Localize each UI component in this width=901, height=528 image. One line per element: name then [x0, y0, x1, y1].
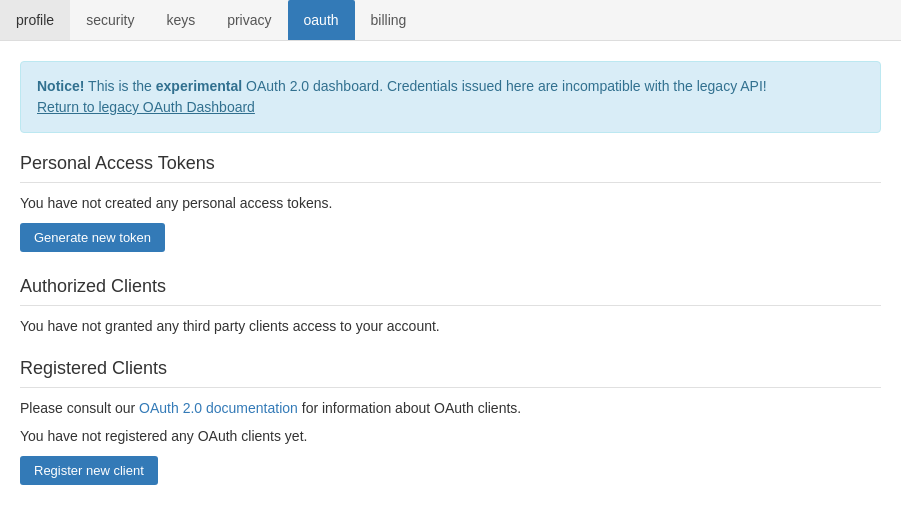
personal-access-tokens-heading: Personal Access Tokens	[20, 153, 881, 183]
notice-label: Notice!	[37, 78, 84, 94]
generate-new-token-button[interactable]: Generate new token	[20, 223, 165, 252]
tab-navigation: profile security keys privacy oauth bill…	[0, 0, 901, 41]
main-content: Notice! This is the experimental OAuth 2…	[0, 41, 901, 528]
notice-box: Notice! This is the experimental OAuth 2…	[20, 61, 881, 133]
registered-clients-description: Please consult our OAuth 2.0 documentati…	[20, 400, 881, 416]
legacy-dashboard-link[interactable]: Return to legacy OAuth Dashboard	[37, 99, 255, 115]
registered-clients-description-prefix: Please consult our	[20, 400, 135, 416]
authorized-clients-heading: Authorized Clients	[20, 276, 881, 306]
personal-access-tokens-description: You have not created any personal access…	[20, 195, 881, 211]
tab-security[interactable]: security	[70, 0, 150, 40]
tab-profile[interactable]: profile	[0, 0, 70, 40]
notice-emphasis: experimental	[156, 78, 242, 94]
registered-clients-section: Registered Clients Please consult our OA…	[20, 358, 881, 485]
tab-privacy[interactable]: privacy	[211, 0, 287, 40]
no-oauth-clients-text: You have not registered any OAuth client…	[20, 428, 881, 444]
personal-access-tokens-section: Personal Access Tokens You have not crea…	[20, 153, 881, 252]
registered-clients-description-suffix: for information about OAuth clients.	[302, 400, 521, 416]
register-new-client-button[interactable]: Register new client	[20, 456, 158, 485]
registered-clients-heading: Registered Clients	[20, 358, 881, 388]
notice-text-after: OAuth 2.0 dashboard. Credentials issued …	[246, 78, 767, 94]
tab-keys[interactable]: keys	[150, 0, 211, 40]
notice-text-before: This is the	[88, 78, 156, 94]
authorized-clients-section: Authorized Clients You have not granted …	[20, 276, 881, 334]
tab-billing[interactable]: billing	[355, 0, 423, 40]
tab-oauth[interactable]: oauth	[288, 0, 355, 40]
oauth-documentation-link[interactable]: OAuth 2.0 documentation	[139, 400, 298, 416]
authorized-clients-description: You have not granted any third party cli…	[20, 318, 881, 334]
